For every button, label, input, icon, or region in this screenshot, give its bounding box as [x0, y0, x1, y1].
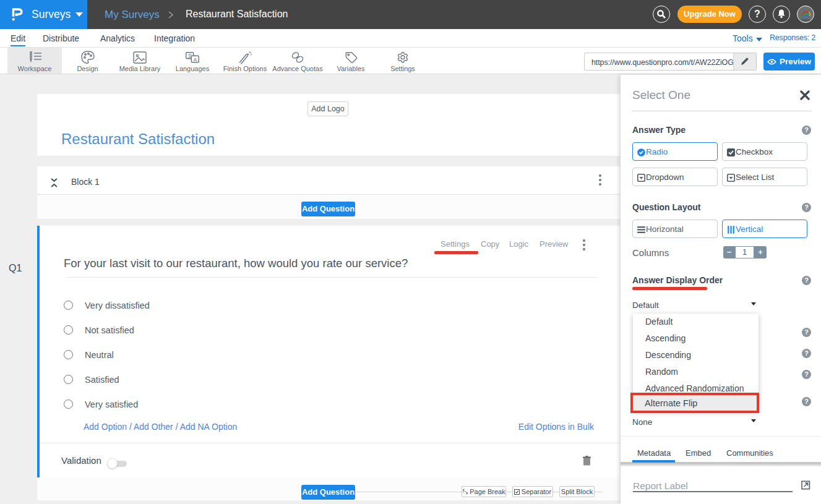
- svg-text:A: A: [194, 57, 197, 62]
